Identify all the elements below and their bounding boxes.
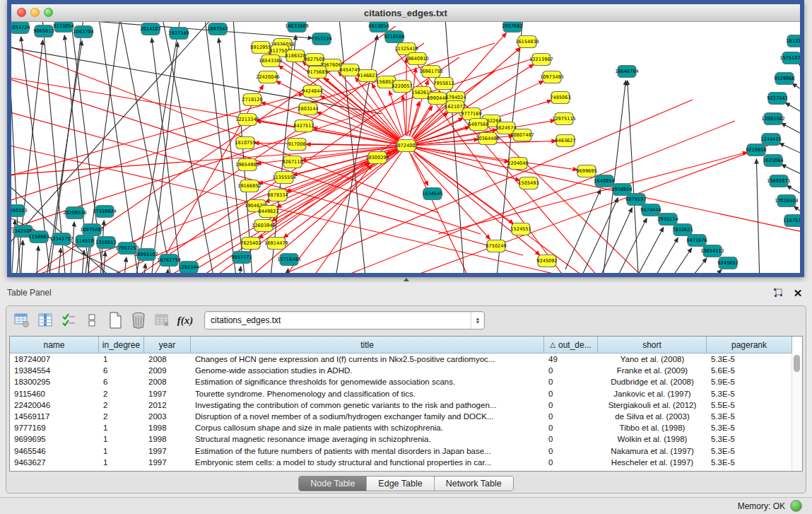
network-node[interactable]: 16648784 <box>615 66 639 78</box>
resize-grip-icon[interactable] <box>11 22 21 32</box>
network-node[interactable]: 8813054 <box>368 22 389 33</box>
network-node[interactable]: 7625402 <box>240 238 261 250</box>
column-header-name[interactable]: name <box>10 337 99 353</box>
table-cell[interactable]: 0 <box>544 390 598 398</box>
column-header-year[interactable]: year <box>144 337 191 353</box>
table-cell[interactable]: 1 <box>99 435 144 443</box>
table-cell[interactable]: Stergiakouli et al. (2012) <box>598 401 707 409</box>
panel-splitter[interactable] <box>0 277 812 283</box>
network-node[interactable]: 9463627 <box>555 135 575 147</box>
network-node[interactable]: 8215958 <box>746 144 766 156</box>
network-node[interactable]: 22420046 <box>256 71 280 83</box>
network-node[interactable]: 16033809 <box>285 22 309 33</box>
network-node[interactable]: 1810755 <box>235 137 255 149</box>
network-node[interactable]: 2087682 <box>502 22 522 33</box>
table-cell[interactable]: 2009 <box>144 366 191 375</box>
network-node[interactable]: 2014107 <box>140 23 160 35</box>
network-node[interactable]: 12213967 <box>529 54 553 66</box>
network-node[interactable]: 12342757 <box>49 233 73 245</box>
network-node[interactable]: 2803144 <box>298 103 318 115</box>
network-node[interactable]: 16958107 <box>134 249 158 261</box>
network-window-titlebar[interactable]: citations_edges.txt <box>11 4 800 22</box>
network-node[interactable]: 9245092 <box>536 255 557 267</box>
network-node[interactable]: 9065013 <box>33 25 54 37</box>
network-node[interactable]: 1156863 <box>28 231 49 243</box>
network-node[interactable]: 12093582 <box>761 113 785 125</box>
table-cell[interactable]: Corpus callosum shape and size in male p… <box>191 424 544 432</box>
table-cell[interactable]: 18300295 <box>10 378 99 386</box>
table-cell[interactable]: de Silva et al. (2003) <box>598 412 707 421</box>
network-node[interactable]: 7832621 <box>672 224 693 236</box>
table-cell[interactable]: 1 <box>99 458 144 467</box>
network-node[interactable]: 9218586 <box>384 31 404 43</box>
network-node[interactable]: 8990448 <box>427 93 447 105</box>
table-cell[interactable]: Embryonic stem cells: a model to study s… <box>191 458 544 467</box>
table-cell[interactable]: Estimation of the future numbers of pati… <box>191 447 544 455</box>
table-cell[interactable]: Tibbo et al. (1998) <box>598 424 707 432</box>
column-header-in_degree[interactable]: in_degree <box>99 337 144 353</box>
network-node[interactable]: 9146821 <box>357 70 377 82</box>
table-cell[interactable]: 9463627 <box>10 458 99 467</box>
network-node[interactable]: 8186328 <box>285 50 305 62</box>
table-cell[interactable]: 2008 <box>144 378 191 386</box>
table-cell[interactable]: 2 <box>99 390 144 398</box>
table-cell[interactable]: 14569117 <box>10 412 99 421</box>
table-cell[interactable]: 2008 <box>144 355 191 363</box>
table-cell[interactable]: 0 <box>544 412 598 421</box>
delete-column-button[interactable] <box>130 312 147 329</box>
column-header-title[interactable]: title <box>191 337 544 353</box>
column-visibility-button[interactable] <box>60 312 77 329</box>
table-cell[interactable]: 1 <box>99 355 144 363</box>
table-cell[interactable]: Hescheler et al. (1997) <box>598 458 707 467</box>
network-node[interactable]: 18640910 <box>405 53 429 65</box>
table-scrollbar[interactable] <box>792 353 802 471</box>
column-header-out_de[interactable]: △out_de... <box>544 337 598 353</box>
network-node[interactable]: 8220057 <box>392 81 412 93</box>
network-node[interactable]: 114519 <box>76 235 94 247</box>
network-node[interactable]: 19166852 <box>237 180 261 192</box>
table-cell[interactable]: 0 <box>544 366 598 375</box>
table-cell[interactable]: Jankovic et al. (1997) <box>598 390 707 398</box>
table-cell[interactable]: 9115460 <box>10 390 99 398</box>
table-cell[interactable]: 0 <box>544 401 598 409</box>
table-cell[interactable]: 18724007 <box>10 355 99 363</box>
network-node[interactable]: 1812304 <box>786 35 800 47</box>
table-mode-button[interactable] <box>13 312 30 329</box>
network-node[interactable]: 8427512 <box>293 120 314 132</box>
network-node[interactable]: 8471676 <box>686 235 707 247</box>
table-cell[interactable]: 49 <box>544 355 598 363</box>
network-node[interactable]: 9474444 <box>640 204 661 216</box>
column-header-pagerank[interactable]: pagerank <box>707 337 792 353</box>
table-cell[interactable]: 1998 <box>144 435 191 443</box>
network-node[interactable]: 6497568 <box>468 119 488 131</box>
table-cell[interactable]: 0 <box>544 447 598 455</box>
table-cell[interactable]: 0 <box>544 378 598 386</box>
table-cell[interactable]: 19384554 <box>10 366 99 375</box>
network-node[interactable]: 9267110 <box>282 156 302 168</box>
float-panel-button[interactable] <box>771 286 785 299</box>
table-cell[interactable]: 2003 <box>144 412 191 421</box>
table-row[interactable]: 1938455462009Genome-wide association stu… <box>10 365 792 376</box>
network-node[interactable]: 15692971 <box>767 175 791 187</box>
table-cell[interactable]: Wolkin et al. (1998) <box>598 435 707 443</box>
table-cell[interactable]: 1997 <box>144 458 191 467</box>
table-cell[interactable]: 5.3E-5 <box>707 390 792 398</box>
table-cell[interactable]: 5.3E-5 <box>707 424 792 432</box>
table-cell[interactable]: 5.3E-5 <box>707 458 792 467</box>
network-node-hub[interactable]: 18724007 <box>394 140 418 152</box>
network-node[interactable]: 10654112 <box>700 245 724 257</box>
network-node[interactable]: 10973493 <box>540 71 564 83</box>
network-node[interactable]: 15751074 <box>779 52 800 64</box>
network-table-selector[interactable]: citations_edges.txt ▲▼ <box>204 311 485 329</box>
minimize-window-icon[interactable] <box>30 8 40 17</box>
network-node[interactable]: 16914479 <box>264 238 288 250</box>
network-node[interactable]: 1097343 <box>207 23 228 35</box>
table-row[interactable]: 946554611997Estimation of the future num… <box>10 445 792 457</box>
table-row[interactable]: 1830029562008Estimation of significance … <box>10 376 792 387</box>
delete-table-button[interactable] <box>153 312 170 329</box>
table-cell[interactable]: Nakamura et al. (1997) <box>598 447 707 455</box>
network-node[interactable]: 12603948 <box>252 220 276 232</box>
table-cell[interactable]: Dudbridge et al. (2008) <box>598 378 707 386</box>
network-node[interactable]: 1534545 <box>422 188 442 200</box>
table-cell[interactable]: 5.3E-5 <box>707 435 792 443</box>
